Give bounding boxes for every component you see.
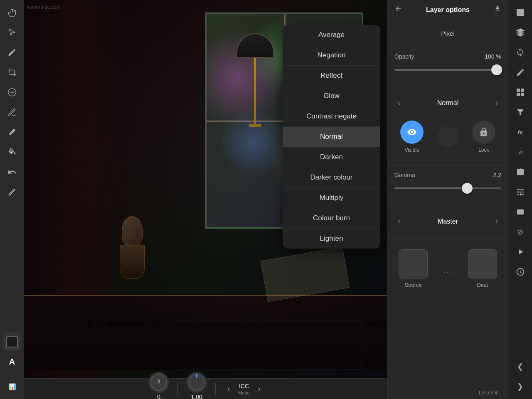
opacity-track (394, 69, 501, 71)
master-prev-btn[interactable]: ‹ (394, 215, 404, 227)
gamma-thumb[interactable] (462, 183, 473, 194)
gamma-label: Gamma (394, 172, 415, 178)
lock-btn[interactable] (472, 121, 495, 144)
dest-label: Dest (477, 282, 488, 288)
opacity-fill (394, 69, 496, 71)
source-dest-separator: ⋯ (443, 266, 453, 288)
grid-icon[interactable] (511, 83, 530, 101)
lock-item: Lock (472, 121, 495, 153)
blend-item-contrast-negate[interactable]: Contrast negate (283, 106, 380, 127)
square-outline-icon[interactable] (511, 3, 530, 22)
panel-header: Layer options (388, 0, 508, 20)
rect-outline-icon[interactable] (511, 203, 530, 221)
svg-rect-4 (521, 93, 523, 96)
blend-mode-row: ‹ Normal › (394, 92, 501, 114)
master-label: Master (438, 218, 458, 225)
panel-export-btn[interactable] (494, 5, 501, 15)
camera-icon[interactable] (511, 163, 530, 181)
gamma-dial[interactable] (186, 372, 207, 393)
chevron-left-icon[interactable]: ❮ (511, 357, 530, 376)
opacity-slider[interactable] (394, 63, 501, 76)
undo-icon[interactable] (3, 163, 21, 181)
fx-icon[interactable]: fx (511, 123, 530, 141)
blend-mode-dropdown: Average Negation Reflect Glow Contrast n… (283, 25, 380, 249)
blend-mode-section: ‹ Normal › Visible Lock (388, 86, 508, 166)
source-thumb (399, 249, 428, 278)
mode-prev-btn[interactable]: ‹ (224, 383, 233, 395)
sliders-icon[interactable] (511, 183, 530, 201)
lock-label: Lock (478, 147, 489, 153)
exposure-dial[interactable] (148, 372, 169, 393)
master-next-btn[interactable]: › (492, 215, 501, 227)
svg-rect-1 (517, 89, 519, 91)
text-icon[interactable]: A (3, 352, 21, 371)
opacity-label: Opacity (394, 53, 414, 60)
filter-icon[interactable] (511, 103, 530, 121)
italic-a-icon[interactable]: 𝑎 (511, 143, 530, 161)
layer-type-section: Pixel (388, 20, 508, 47)
dest-item: Dest (468, 249, 497, 288)
pen-tool-icon[interactable] (3, 103, 21, 121)
source-dest-section: Source ⋯ Dest (388, 239, 508, 299)
source-item: Source (399, 249, 428, 288)
separator-1 (177, 383, 178, 395)
blend-item-negation[interactable]: Negation (283, 45, 380, 66)
play-icon[interactable] (511, 243, 530, 261)
layers-icon[interactable] (511, 23, 530, 42)
source-label: Source (405, 282, 422, 288)
pen2-icon[interactable] (3, 183, 21, 201)
gamma-slider[interactable] (394, 182, 501, 195)
blend-item-multiply[interactable]: Multiply (283, 188, 380, 208)
master-section: ‹ Master › (388, 204, 508, 239)
blend-mode-display: Normal (437, 99, 459, 107)
crop-icon[interactable] (3, 63, 21, 81)
no-icon[interactable]: ⊘ (511, 223, 530, 241)
bottom-bar: 0 Exposure 1.00 Gamma ‹ ICC Mode › (24, 378, 388, 399)
blend-item-darken[interactable]: Darken (283, 147, 380, 167)
separator-2 (215, 383, 216, 395)
clock-icon[interactable] (511, 263, 530, 281)
arrow-icon[interactable] (3, 23, 21, 42)
blend-next-btn[interactable]: › (492, 97, 501, 109)
svg-rect-3 (517, 93, 519, 96)
opacity-row: Opacity 100 % (394, 53, 501, 60)
mode-control: ‹ ICC Mode › (224, 383, 264, 395)
top-watermark: www.m-sc.com (27, 4, 61, 10)
blend-item-normal[interactable]: Normal (283, 127, 380, 147)
left-toolbar: A 📊 (0, 0, 24, 399)
blend-prev-btn[interactable]: ‹ (394, 97, 404, 109)
spacer-area (435, 124, 460, 149)
blend-item-average[interactable]: Average (283, 25, 380, 45)
exposure-value: 0 (157, 394, 160, 399)
far-right-bar: fx 𝑎 ⊘ ❮ ❯ (508, 0, 532, 399)
svg-rect-0 (517, 9, 524, 16)
mode-next-btn[interactable]: › (255, 383, 264, 395)
right-panel: Layer options Pixel Opacity 100 % ‹ Norm… (387, 0, 508, 399)
svg-rect-2 (521, 89, 523, 91)
mode-value: ICC (239, 383, 249, 389)
volume-icon[interactable]: 📊 (3, 377, 21, 396)
smudge-icon[interactable] (3, 83, 21, 101)
blend-item-colour-burn[interactable]: Colour burn (283, 208, 380, 229)
blend-item-lighten[interactable]: Lighten (283, 229, 380, 249)
gamma-value: 2.2 (493, 172, 501, 178)
svg-rect-5 (517, 210, 523, 214)
sync-icon[interactable] (511, 43, 530, 62)
blend-item-darker-colour[interactable]: Darker colour (283, 167, 380, 188)
blend-item-glow[interactable]: Glow (283, 86, 380, 106)
blend-item-reflect[interactable]: Reflect (283, 66, 380, 86)
pencil-icon[interactable] (511, 63, 530, 81)
master-row: ‹ Master › (394, 210, 501, 232)
fill-icon[interactable] (3, 143, 21, 161)
brush-icon[interactable] (3, 43, 21, 62)
chevron-right-icon[interactable]: ❯ (511, 377, 530, 396)
opacity-thumb[interactable] (491, 64, 502, 75)
gamma-fill (394, 187, 467, 189)
panel-close-btn[interactable] (394, 5, 402, 15)
panel-title: Layer options (426, 6, 470, 14)
color-box-icon[interactable] (3, 332, 21, 351)
visible-btn[interactable] (400, 121, 424, 144)
dest-thumb (468, 249, 497, 278)
dropper-icon[interactable] (3, 123, 21, 141)
hand-icon[interactable] (3, 3, 21, 22)
